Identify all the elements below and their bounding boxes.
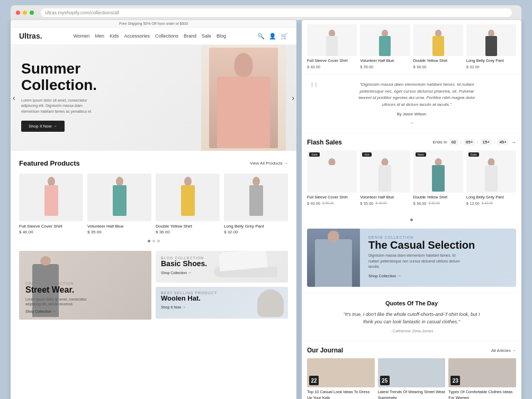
nav-item-collections[interactable]: Collections: [155, 33, 178, 39]
right-product-card[interactable]: Volunteer Half Blue $ 35.00: [360, 24, 410, 69]
woolen-hat-banner[interactable]: BEST SELLING PRODUCT Woolen Hat. Shop It…: [156, 287, 288, 319]
flash-product-image: New: [413, 150, 463, 193]
product-name: Long Belly Grey Pant: [224, 224, 288, 229]
flash-sales-section: Flash Sales Ends In 02: 05+: 15+: 45+ → …: [302, 133, 521, 211]
basic-shoes-banner[interactable]: BLOG COLLECTION Basic Shoes. Shop Collec…: [156, 251, 288, 283]
browser-dot-maximize[interactable]: [30, 11, 34, 15]
journal-grid: 22 Top 10 Casual Look Ideas To Dress Up …: [307, 358, 516, 399]
all-articles-link[interactable]: All Articles →: [491, 348, 516, 353]
casual-collection-banner[interactable]: DENIM COLLECTION The Casual Selection Di…: [307, 229, 516, 287]
product-price: $ 35.00: [87, 230, 151, 234]
hero-prev-button[interactable]: ‹: [13, 94, 15, 102]
flash-product-price: $ 35.00: [360, 201, 373, 206]
view-all-products-link[interactable]: View All Products →: [250, 161, 288, 166]
flash-product-card[interactable]: Sale Full Sleeve Cover Shirt $ 40.00 $ 5…: [307, 150, 357, 206]
nav-item-sale[interactable]: Sale: [202, 33, 211, 39]
journal-article-title: Latest Trends Of Wearing Street Wear Sup…: [378, 389, 446, 399]
flash-badge: New: [416, 152, 426, 157]
flash-dot-1[interactable]: [410, 219, 413, 221]
casual-collection-link[interactable]: Shop Collection →: [368, 274, 401, 278]
product-image: Add To Cart → ♡: [19, 174, 83, 221]
qod-title: Quotes Of The Day: [312, 300, 511, 306]
nav-item-accessories[interactable]: Accessories: [124, 33, 150, 39]
site-logo: Ultras.: [19, 32, 42, 40]
timer-ends-in: Ends In: [433, 140, 447, 144]
flash-nav-arrow[interactable]: →: [511, 139, 516, 145]
right-panel: Full Sleeve Cover Shirt $ 40.00 Voluntee…: [302, 20, 521, 399]
page-dot-1[interactable]: [148, 240, 150, 242]
flash-product-image: Sale: [307, 150, 357, 193]
hero-subtitle: Lorem ipsum dolor sit amet, consectetur …: [21, 98, 101, 115]
casual-collection-desc: Dignissim massa diam elementum habitant …: [368, 253, 464, 270]
product-card[interactable]: Add To Cart → ♡ Full Sleeve Cover Shirt …: [19, 174, 83, 234]
product-price: $ 32.00: [224, 230, 288, 234]
nav-item-blog[interactable]: Blog: [217, 33, 226, 39]
quote-icon: ": [310, 79, 318, 101]
casual-banner-person: [307, 229, 360, 287]
browser-dot-close[interactable]: [16, 11, 20, 15]
nav-item-men[interactable]: Men: [95, 33, 104, 39]
flash-product-original-price: $ 48.00: [375, 201, 387, 205]
product-name: Double Yellow Shirt: [156, 224, 220, 229]
journal-article-image: 23: [448, 358, 516, 387]
flash-product-card[interactable]: New Double Yellow Shirt $ 36.00 $ 50.00: [413, 150, 463, 206]
account-icon[interactable]: 👤: [269, 33, 276, 40]
product-card[interactable]: Add To Cart → ♡ Long Belly Grey Pant $ 3…: [224, 174, 288, 234]
top-promo-bar: Free Shipping 50% Off from order of $500: [11, 20, 296, 28]
flash-product-name: Long Belly Grey Pant: [466, 195, 516, 200]
hero-next-button[interactable]: ›: [292, 94, 294, 102]
product-card[interactable]: Add To Cart → ♡ Volunteer Half Blue $ 35…: [87, 174, 151, 234]
product-image: Add To Cart → ♡: [87, 174, 151, 221]
product-image: Add To Cart → ♡: [224, 174, 288, 221]
website-panel: Free Shipping 50% Off from order of $500…: [11, 20, 296, 399]
right-product-name: Double Yellow Shirt: [413, 58, 463, 64]
right-product-image: [466, 24, 516, 56]
flash-product-card[interactable]: Hot Volunteer Half Blue $ 35.00 $ 48.00: [360, 150, 410, 206]
page-dot-2[interactable]: [152, 240, 155, 242]
testimonial-text: "Dignissim massa diam elementum habitant…: [343, 81, 481, 108]
hero-cta-button[interactable]: Shop It Now →: [21, 121, 65, 132]
journal-article-card[interactable]: 23 Types Of Comfortable Clothes Ideas Fo…: [448, 358, 516, 399]
product-price: $ 36.00: [156, 230, 220, 234]
right-product-image: [413, 24, 463, 56]
cart-icon[interactable]: 🛒: [281, 33, 288, 40]
journal-title: Our Journal: [307, 347, 343, 354]
browser-dot-minimize[interactable]: [23, 11, 27, 15]
browser-chrome: ultras.myshopify.com/collections/all: [11, 5, 521, 20]
right-products-grid: Full Sleeve Cover Shirt $ 40.00 Voluntee…: [302, 20, 521, 74]
shoes-link[interactable]: Shop Collection →: [161, 271, 207, 275]
search-icon[interactable]: 🔍: [257, 33, 265, 40]
page-dot-3[interactable]: [157, 240, 160, 242]
flash-badge: Sale: [309, 152, 320, 157]
journal-date-badge: 22: [309, 376, 319, 385]
quote-of-day-section: Quotes Of The Day "It's true, I don't li…: [302, 292, 521, 341]
nav-item-kids[interactable]: Kids: [110, 33, 119, 39]
product-card[interactable]: Add To Cart → ♡ Double Yellow Shirt $ 36…: [156, 174, 220, 234]
flash-product-card[interactable]: Sale Long Belly Grey Pant $ 12.00 $ 32.0…: [466, 150, 516, 206]
site-header: Ultras. WomenMenKidsAccessoriesCollectio…: [11, 28, 296, 45]
flash-product-image: Sale: [466, 150, 516, 193]
testimonial-arrow[interactable]: →: [312, 120, 511, 125]
qod-text: "It's true, I don't like the whole cutof…: [343, 311, 481, 326]
right-product-card[interactable]: Full Sleeve Cover Shirt $ 40.00: [307, 24, 357, 69]
timer-minutes: 05+: [464, 139, 475, 146]
journal-date-badge: 25: [380, 376, 390, 385]
journal-date-badge: 23: [450, 376, 460, 385]
url-text: ultras.myshopify.com/collections/all: [45, 10, 119, 15]
nav-item-women[interactable]: Women: [74, 33, 90, 39]
woolen-link[interactable]: Shop It Now →: [161, 305, 217, 309]
qod-author: - Catherine Zeta-Jones: [312, 329, 511, 333]
street-wear-link[interactable]: Shop Collection →: [25, 310, 89, 313]
journal-article-card[interactable]: 22 Top 10 Casual Look Ideas To Dress Up …: [307, 358, 375, 399]
flash-product-original-price: $ 55.00: [322, 201, 334, 205]
street-wear-banner[interactable]: CASUAL COLLECTION Street Wear. Lorem ips…: [19, 251, 151, 320]
nav-item-brand[interactable]: Brand: [184, 33, 196, 39]
product-image: Add To Cart → ♡: [156, 174, 220, 221]
right-product-name: Full Sleeve Cover Shirt: [307, 58, 357, 64]
browser-url-bar[interactable]: ultras.myshopify.com/collections/all: [41, 8, 512, 17]
right-product-card[interactable]: Long Belly Grey Pant $ 32.00: [466, 24, 516, 69]
flash-product-name: Double Yellow Shirt: [413, 195, 463, 200]
right-product-price: $ 38.00: [413, 65, 463, 69]
right-product-card[interactable]: Double Yellow Shirt $ 38.00: [413, 24, 463, 69]
journal-article-card[interactable]: 25 Latest Trends Of Wearing Street Wear …: [378, 358, 446, 399]
